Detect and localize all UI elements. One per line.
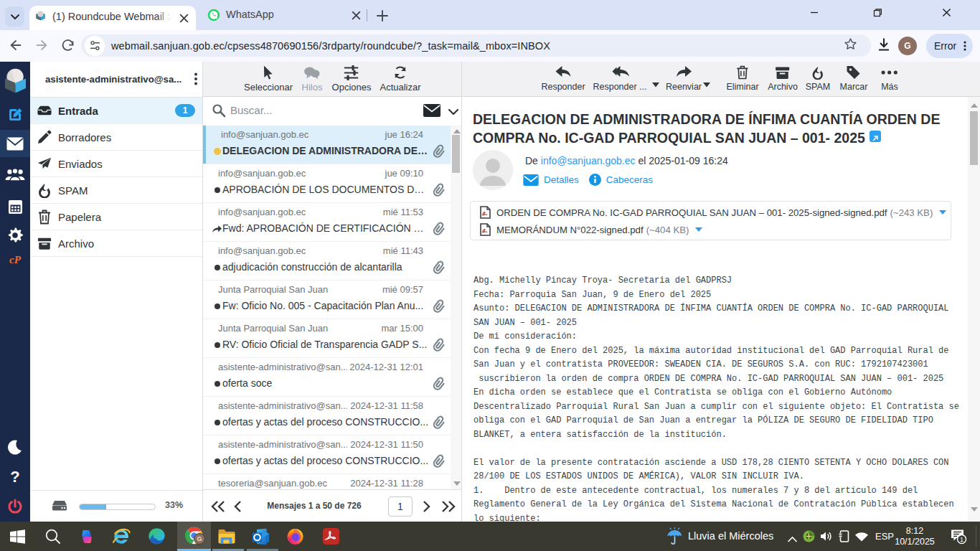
- svg-text:1: 1: [960, 536, 963, 543]
